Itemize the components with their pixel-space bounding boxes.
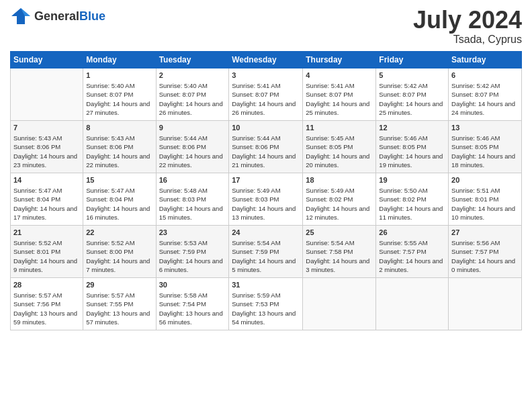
week-row: 21Sunrise: 5:52 AMSunset: 8:01 PMDayligh… [11,225,522,277]
daylight-text: Daylight: 14 hours and 13 minutes. [232,204,300,222]
table-cell: 18Sunrise: 5:49 AMSunset: 8:02 PMDayligh… [303,173,376,225]
day-number: 5 [379,71,445,81]
sunrise-text: Sunrise: 5:52 AM [86,238,152,247]
day-number: 13 [451,123,519,133]
table-cell [303,277,376,330]
day-number: 7 [13,123,80,133]
sunset-text: Sunset: 8:04 PM [13,195,80,203]
table-cell: 9Sunrise: 5:44 AMSunset: 8:06 PMDaylight… [156,120,229,173]
sunset-text: Sunset: 8:06 PM [232,142,300,151]
daylight-text: Daylight: 14 hours and 27 minutes. [86,99,152,118]
day-number: 15 [86,175,152,185]
logo-general: General [34,9,79,23]
day-number: 29 [86,280,152,290]
daylight-text: Daylight: 14 hours and 2 minutes. [379,257,445,275]
sunset-text: Sunset: 8:03 PM [232,195,300,203]
table-cell: 10Sunrise: 5:44 AMSunset: 8:06 PMDayligh… [229,120,303,173]
daylight-text: Daylight: 14 hours and 25 minutes. [306,99,373,118]
logo-icon [10,7,32,26]
daylight-text: Daylight: 13 hours and 54 minutes. [232,309,300,327]
day-number: 28 [13,280,80,290]
table-cell: 16Sunrise: 5:48 AMSunset: 8:03 PMDayligh… [156,173,229,225]
table-cell: 15Sunrise: 5:47 AMSunset: 8:04 PMDayligh… [83,173,156,225]
sunset-text: Sunset: 8:07 PM [159,90,226,99]
sunset-text: Sunset: 8:05 PM [451,142,519,151]
calendar-title: July 2024 [413,7,522,34]
sunrise-text: Sunrise: 5:47 AM [86,186,152,195]
sunset-text: Sunset: 8:07 PM [451,90,519,99]
daylight-text: Daylight: 14 hours and 20 minutes. [306,152,373,170]
day-number: 25 [306,228,373,238]
sunset-text: Sunset: 8:07 PM [379,90,445,99]
sunrise-text: Sunrise: 5:45 AM [306,134,373,142]
daylight-text: Daylight: 14 hours and 10 minutes. [451,204,519,222]
daylight-text: Daylight: 13 hours and 59 minutes. [13,309,80,327]
sunset-text: Sunset: 7:57 PM [379,247,445,256]
sunrise-text: Sunrise: 5:49 AM [232,186,300,195]
sunrise-text: Sunrise: 5:41 AM [306,81,373,90]
daylight-text: Daylight: 14 hours and 17 minutes. [13,204,80,222]
daylight-text: Daylight: 14 hours and 18 minutes. [451,152,519,170]
daylight-text: Daylight: 14 hours and 26 minutes. [159,99,226,118]
day-number: 23 [159,228,226,238]
col-saturday: Saturday [449,51,522,68]
sunset-text: Sunset: 8:02 PM [306,195,373,203]
sunset-text: Sunset: 8:06 PM [86,142,152,151]
sunset-text: Sunset: 8:03 PM [159,195,226,203]
day-number: 14 [13,175,80,185]
sunrise-text: Sunrise: 5:40 AM [159,81,226,90]
sunrise-text: Sunrise: 5:43 AM [13,134,80,142]
sunrise-text: Sunrise: 5:58 AM [159,291,226,300]
daylight-text: Daylight: 13 hours and 57 minutes. [86,309,152,327]
col-sunday: Sunday [11,51,83,68]
daylight-text: Daylight: 14 hours and 11 minutes. [379,204,445,222]
sunset-text: Sunset: 7:59 PM [232,247,300,256]
table-cell: 26Sunrise: 5:55 AMSunset: 7:57 PMDayligh… [376,225,449,277]
sunrise-text: Sunrise: 5:57 AM [86,291,152,300]
sunrise-text: Sunrise: 5:57 AM [13,291,80,300]
sunrise-text: Sunrise: 5:46 AM [379,134,445,142]
sunset-text: Sunset: 7:54 PM [159,300,226,308]
sunset-text: Sunset: 8:06 PM [159,142,226,151]
daylight-text: Daylight: 14 hours and 9 minutes. [13,257,80,275]
sunrise-text: Sunrise: 5:50 AM [379,186,445,195]
sunset-text: Sunset: 7:53 PM [232,300,300,308]
col-friday: Friday [376,51,449,68]
sunrise-text: Sunrise: 5:54 AM [306,238,373,247]
daylight-text: Daylight: 14 hours and 24 minutes. [451,99,519,118]
sunset-text: Sunset: 8:07 PM [86,90,152,99]
sunset-text: Sunset: 8:06 PM [13,142,80,151]
daylight-text: Daylight: 14 hours and 25 minutes. [379,99,445,118]
table-cell [449,277,522,330]
table-cell: 17Sunrise: 5:49 AMSunset: 8:03 PMDayligh… [229,173,303,225]
sunset-text: Sunset: 8:07 PM [232,90,300,99]
table-cell: 11Sunrise: 5:45 AMSunset: 8:05 PMDayligh… [303,120,376,173]
sunrise-text: Sunrise: 5:44 AM [232,134,300,142]
daylight-text: Daylight: 14 hours and 3 minutes. [306,257,373,275]
page: GeneralBlue July 2024 Tsada, Cyprus Sund… [0,0,532,411]
daylight-text: Daylight: 14 hours and 12 minutes. [306,204,373,222]
title-block: July 2024 Tsada, Cyprus [413,7,522,46]
sunrise-text: Sunrise: 5:46 AM [451,134,519,142]
sunrise-text: Sunrise: 5:53 AM [159,238,226,247]
daylight-text: Daylight: 14 hours and 16 minutes. [86,204,152,222]
table-cell: 1Sunrise: 5:40 AMSunset: 8:07 PMDaylight… [83,68,156,120]
day-number: 22 [86,228,152,238]
day-number: 18 [306,175,373,185]
col-thursday: Thursday [303,51,376,68]
daylight-text: Daylight: 14 hours and 26 minutes. [232,99,300,118]
sunset-text: Sunset: 7:55 PM [86,300,152,308]
sunrise-text: Sunrise: 5:56 AM [451,238,519,247]
daylight-text: Daylight: 14 hours and 6 minutes. [159,257,226,275]
sunset-text: Sunset: 8:01 PM [451,195,519,203]
sunrise-text: Sunrise: 5:40 AM [86,81,152,90]
day-number: 4 [306,71,373,81]
day-number: 9 [159,123,226,133]
logo: GeneralBlue [10,7,105,26]
table-cell: 19Sunrise: 5:50 AMSunset: 8:02 PMDayligh… [376,173,449,225]
day-number: 12 [379,123,445,133]
sunrise-text: Sunrise: 5:49 AM [306,186,373,195]
header-row: Sunday Monday Tuesday Wednesday Thursday… [11,51,522,68]
table-cell: 7Sunrise: 5:43 AMSunset: 8:06 PMDaylight… [11,120,83,173]
day-number: 30 [159,280,226,290]
